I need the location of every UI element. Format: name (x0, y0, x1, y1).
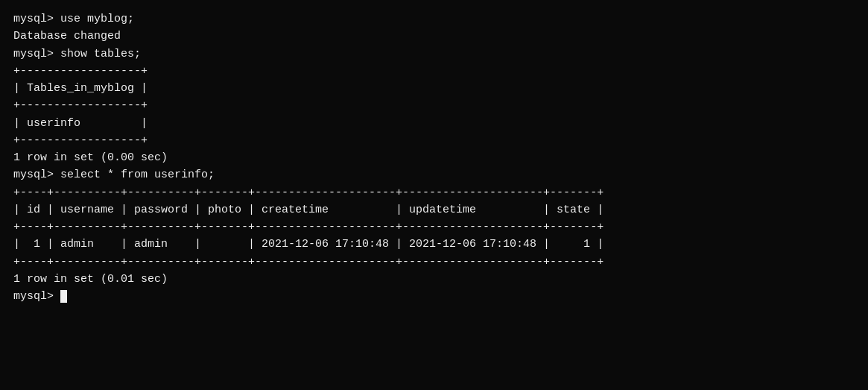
terminal-line: +------------------+ (13, 97, 855, 114)
terminal-line: | userinfo | (13, 115, 855, 132)
terminal-line: 1 row in set (0.00 sec) (13, 149, 855, 166)
terminal-line: mysql> show tables; (13, 45, 855, 63)
terminal-line: mysql> (13, 288, 855, 305)
terminal-line: | 1 | admin | admin | | 2021-12-06 17:10… (13, 236, 855, 253)
terminal-line: +------------------+ (13, 132, 855, 149)
terminal-line: 1 row in set (0.01 sec) (13, 271, 855, 288)
terminal-line: +----+----------+----------+-------+----… (13, 254, 855, 271)
terminal-line: mysql> select * from userinfo; (13, 166, 855, 183)
terminal-line: +----+----------+----------+-------+----… (13, 218, 855, 236)
terminal-line: | id | username | password | photo | cre… (13, 201, 855, 218)
terminal-line: mysql> use myblog; (13, 10, 855, 28)
terminal-line: +------------------+ (13, 63, 855, 80)
terminal-line: Database changed (13, 28, 855, 45)
terminal-line: | Tables_in_myblog | (13, 80, 855, 97)
terminal-line: +----+----------+----------+-------+----… (13, 184, 855, 201)
cursor (60, 290, 67, 303)
terminal-window: mysql> use myblog;Database changedmysql>… (13, 10, 855, 305)
